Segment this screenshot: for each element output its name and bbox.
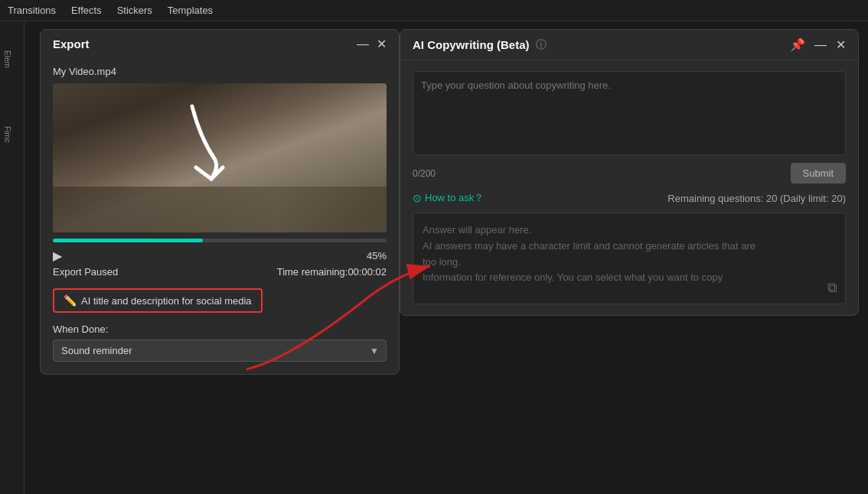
export-info-row: Export Paused Time remaining:00:00:02 xyxy=(53,266,387,278)
video-filename: My Video.mp4 xyxy=(53,66,387,77)
export-close-button[interactable]: ✕ xyxy=(377,38,387,50)
left-sidebar: Elem Fimc xyxy=(0,21,24,494)
how-to-ask-row: ⊙ How to ask？ Remaining questions: 20 (D… xyxy=(413,191,846,205)
export-paused-text: Export Paused xyxy=(53,266,118,278)
remaining-questions: Remaining questions: 20 (Daily limit: 20… xyxy=(667,193,846,204)
ai-feature-label: AI title and description for social medi… xyxy=(81,295,252,307)
sidebar-label-elements: Elem xyxy=(3,50,11,68)
char-count: 0/200 xyxy=(413,168,436,179)
ai-panel-title: AI Copywriting (Beta) xyxy=(413,38,530,51)
ai-panel-controls: 📌 — ✕ xyxy=(790,37,846,52)
export-dialog: Export — ✕ My Video.mp4 xyxy=(40,29,400,375)
copy-icon[interactable]: ⧉ xyxy=(827,280,837,296)
export-percent: 45% xyxy=(367,250,387,262)
export-titlebar-controls: — ✕ xyxy=(357,38,387,50)
how-to-ask-text: How to ask？ xyxy=(425,191,484,205)
ai-feature-button[interactable]: ✏️ AI title and description for social m… xyxy=(53,288,263,313)
when-done-label: When Done: xyxy=(53,323,387,335)
info-icon[interactable]: ⓘ xyxy=(536,38,547,52)
answer-placeholder: Answer will appear here. AI answers may … xyxy=(423,223,836,286)
export-dialog-title: Export xyxy=(53,37,90,50)
question-circle-icon: ⊙ xyxy=(413,192,422,204)
ai-minimize-button[interactable]: — xyxy=(814,39,827,51)
ai-panel-title-left: AI Copywriting (Beta) ⓘ xyxy=(413,38,547,52)
when-done-select-wrapper: Sound reminder Nothing Shut down Sleep ▼ xyxy=(53,340,387,362)
progress-bar-fill xyxy=(53,239,203,242)
nav-templates[interactable]: Templates xyxy=(168,5,213,16)
export-dialog-body: My Video.mp4 ▶ 45% Export Paused xyxy=(41,58,399,374)
ai-pen-icon: ✏️ xyxy=(64,294,77,307)
time-remaining: Time remaining:00:00:02 xyxy=(277,266,387,278)
ai-panel-body: 0/200 Submit ⊙ How to ask？ Remaining que… xyxy=(400,60,858,315)
pin-icon[interactable]: 📌 xyxy=(790,37,805,52)
question-textarea[interactable] xyxy=(413,71,846,155)
nav-effects[interactable]: Effects xyxy=(71,5,102,16)
play-button[interactable]: ▶ xyxy=(53,249,62,263)
when-done-select[interactable]: Sound reminder Nothing Shut down Sleep xyxy=(53,340,387,362)
answer-line-1: Answer will appear here. xyxy=(423,223,836,239)
submit-button[interactable]: Submit xyxy=(791,163,846,184)
how-to-ask[interactable]: ⊙ How to ask？ xyxy=(413,191,484,205)
answer-area: Answer will appear here. AI answers may … xyxy=(413,213,846,304)
answer-line-3: too long. xyxy=(423,255,836,271)
top-nav: Transitions Effects Stickers Templates xyxy=(0,0,868,21)
ai-copywriting-panel: AI Copywriting (Beta) ⓘ 📌 — ✕ 0/200 Subm… xyxy=(400,29,859,316)
char-count-row: 0/200 Submit xyxy=(413,163,846,184)
nav-stickers[interactable]: Stickers xyxy=(117,5,152,16)
sidebar-label-fimc: Fimc xyxy=(3,126,11,143)
export-dialog-titlebar: Export — ✕ xyxy=(41,30,399,58)
answer-line-4: Information for reference only. You can … xyxy=(423,270,836,286)
ai-close-button[interactable]: ✕ xyxy=(836,39,846,51)
export-minimize-button[interactable]: — xyxy=(357,38,369,50)
video-preview xyxy=(53,83,387,232)
answer-line-2: AI answers may have a character limit an… xyxy=(423,239,836,255)
progress-bar-container xyxy=(53,239,387,242)
export-status-row: ▶ 45% xyxy=(53,249,387,263)
video-arrow-drawing xyxy=(146,91,269,213)
main-area: Export — ✕ My Video.mp4 xyxy=(24,21,868,494)
ai-panel-titlebar: AI Copywriting (Beta) ⓘ 📌 — ✕ xyxy=(400,30,858,60)
nav-transitions[interactable]: Transitions xyxy=(8,5,56,16)
